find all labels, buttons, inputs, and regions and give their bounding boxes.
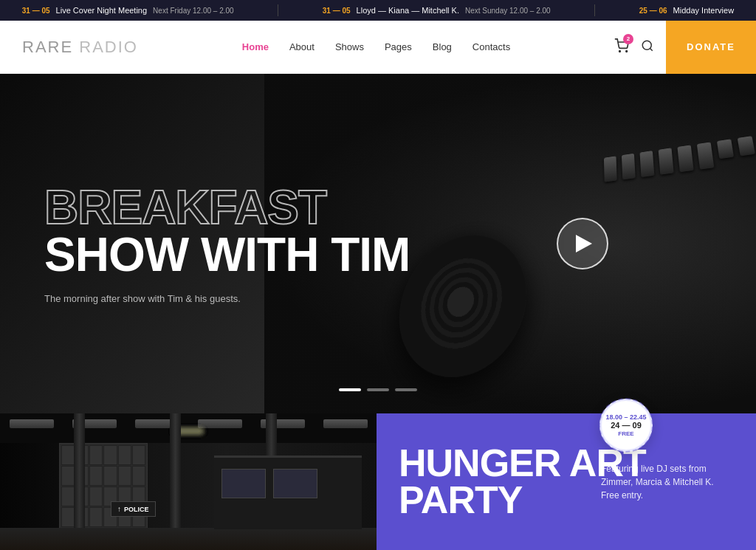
dj-knobs: [604, 136, 756, 182]
nav-shows[interactable]: Shows: [335, 41, 364, 52]
badge-time: 18.00 – 22.45: [605, 413, 646, 422]
knob-3: [640, 151, 655, 177]
nav-about[interactable]: About: [289, 41, 315, 52]
ticker-time-1: Next Friday 12.00 – 2.00: [153, 7, 234, 15]
subway-scene: ↑ POLICE: [0, 413, 377, 550]
knob-5: [678, 145, 694, 172]
hero-content: BREAKFAST SHOW WITH TIM The morning afte…: [44, 184, 410, 304]
tile: [118, 466, 131, 486]
search-icon[interactable]: [641, 39, 654, 55]
knob-1: [604, 156, 617, 182]
tile: [61, 507, 75, 527]
play-icon: [576, 235, 592, 252]
tile: [61, 487, 75, 506]
police-sign: ↑ POLICE: [111, 501, 156, 517]
ticker-item-2: 31 — 05 Lloyd — Kiana — Mitchell K. Next…: [323, 6, 551, 15]
hero-section: BREAKFAST SHOW WITH TIM The morning afte…: [0, 74, 756, 413]
svg-point-0: [619, 50, 621, 52]
cart-count: 2: [623, 34, 633, 44]
tile: [103, 445, 117, 465]
subway-lights: [0, 419, 377, 428]
event-badge: 18.00 – 22.45 24 — 09 FREE: [599, 399, 653, 452]
main-nav: Home About Shows Pages Blog Contacts: [242, 41, 510, 52]
hero-title: BREAKFAST SHOW WITH TIM: [44, 184, 410, 278]
tile: [118, 445, 131, 465]
ticker-title-2: Lloyd — Kiana — Mitchell K.: [357, 6, 459, 15]
ticker-bar: 31 — 05 Live Cover Night Meeting Next Fr…: [0, 0, 756, 21]
subway-image: ↑ POLICE: [0, 413, 377, 550]
header: RARE RADIO Home About Shows Pages Blog C…: [0, 21, 756, 74]
subway-floor: [0, 528, 377, 550]
ticker-date-1: 31 — 05: [22, 7, 50, 15]
tile: [61, 466, 75, 486]
tile: [61, 445, 75, 465]
ticker-date-3: 25 — 06: [639, 7, 667, 15]
hero-title-outline: BREAKFAST: [44, 184, 410, 231]
event-description: Featuring live DJ sets from Zimmer, Marc…: [601, 462, 734, 502]
nav-home[interactable]: Home: [242, 41, 269, 52]
svg-point-2: [642, 41, 651, 49]
knob-2: [622, 154, 636, 180]
play-button[interactable]: [557, 218, 608, 269]
subway-train: [214, 456, 362, 529]
logo-bold: RARE: [22, 38, 73, 56]
hero-subtitle: The morning after show with Tim & his gu…: [44, 293, 266, 304]
subway-light-1: [10, 419, 54, 428]
subway-light-4: [198, 419, 242, 428]
cart-icon[interactable]: 2: [614, 38, 629, 56]
badge-date: 24 — 09: [611, 421, 642, 430]
ticker-divider-1: [278, 4, 278, 16]
header-right: 2 DONATE: [614, 21, 734, 74]
logo-light: RADIO: [79, 38, 138, 56]
tile: [89, 507, 103, 527]
tile: [103, 466, 117, 486]
hero-title-solid: SHOW WITH TIM: [44, 231, 410, 278]
slider-dots: [339, 388, 417, 391]
donate-button[interactable]: DONATE: [666, 21, 756, 74]
bottom-section: ↑ POLICE 18.00 – 22.45 24 — 09 FREE HUNG…: [0, 413, 756, 550]
logo[interactable]: RARE RADIO: [22, 38, 138, 57]
nav-contacts[interactable]: Contacts: [472, 41, 510, 52]
ticker-item-3: 25 — 06 Midday Interview: [639, 6, 734, 15]
ticker-time-2: Next Sunday 12.00 – 2.00: [465, 7, 551, 15]
ticker-title-1: Live Cover Night Meeting: [56, 6, 148, 15]
ticker-date-2: 31 — 05: [323, 7, 351, 15]
dot-1[interactable]: [339, 388, 361, 391]
train-window-2: [273, 469, 317, 498]
ticker-divider-2: [594, 4, 595, 16]
nav-pages[interactable]: Pages: [385, 41, 412, 52]
police-arrow-icon: ↑: [117, 505, 121, 513]
tile: [132, 445, 145, 465]
tile: [132, 466, 145, 486]
ticker-item-1: 31 — 05 Live Cover Night Meeting Next Fr…: [22, 6, 234, 15]
nav-blog[interactable]: Blog: [433, 41, 452, 52]
svg-point-1: [626, 50, 628, 52]
police-text: POLICE: [124, 506, 149, 513]
knob-6: [697, 142, 714, 169]
knob-7: [717, 139, 734, 159]
knob-4: [659, 148, 674, 174]
svg-line-3: [650, 48, 653, 50]
dot-3[interactable]: [395, 388, 417, 391]
tile: [89, 445, 103, 465]
event-card: 18.00 – 22.45 24 — 09 FREE HUNGER ART PA…: [377, 413, 756, 550]
tile: [89, 487, 103, 506]
knob-8: [738, 136, 755, 156]
tile: [89, 466, 103, 486]
badge-free: FREE: [618, 430, 633, 437]
ticker-title-3: Midday Interview: [673, 6, 735, 15]
dot-2[interactable]: [367, 388, 389, 391]
train-window-1: [221, 469, 266, 498]
subway-light-6: [323, 419, 368, 428]
